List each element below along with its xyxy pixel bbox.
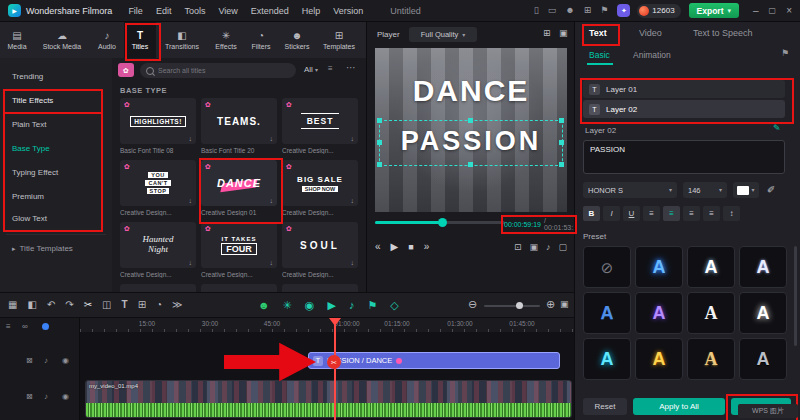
download-icon[interactable]: ↓: [351, 135, 355, 142]
eyedropper-icon[interactable]: ✐: [767, 185, 775, 195]
title-thumb-big-sale[interactable]: ✿ BIG SALE SHOP NOW ↓: [282, 160, 358, 206]
sidebar-item-trending[interactable]: Trending: [0, 68, 112, 84]
timeline-title-clip[interactable]: T PASSION / DANCE: [308, 352, 560, 369]
bell-icon[interactable]: ⚑: [600, 6, 608, 15]
download-icon[interactable]: ↓: [351, 197, 355, 204]
close-button[interactable]: ×: [786, 6, 792, 16]
preset-style[interactable]: A: [635, 246, 683, 288]
tab-stickers[interactable]: ☻ Stickers: [278, 22, 316, 58]
sidebar-item-base-type[interactable]: Base Type: [0, 140, 112, 156]
zoom-slider-knob[interactable]: [516, 302, 523, 309]
title-thumb-haunted-night[interactable]: ✿ Haunted Night ↓: [120, 222, 196, 268]
bookmark-icon[interactable]: ⚑: [781, 49, 789, 58]
reset-button[interactable]: Reset: [583, 398, 627, 415]
title-thumb-partial[interactable]: [120, 284, 196, 292]
title-thumb-best[interactable]: ✿ BEST ↓: [282, 98, 358, 144]
selection-handle[interactable]: [559, 118, 564, 123]
user-icon[interactable]: ☻: [565, 6, 574, 15]
title-thumb-dance-creative-design-01[interactable]: ✿ DANCE ↓: [201, 160, 277, 206]
preset-style[interactable]: A: [583, 292, 631, 334]
image-view-icon[interactable]: ▣: [559, 29, 568, 38]
crop-icon[interactable]: ◫: [102, 300, 111, 310]
menu-extended[interactable]: Extended: [251, 6, 289, 16]
download-icon[interactable]: ↓: [351, 259, 355, 266]
more-options-icon[interactable]: ⋯: [346, 63, 356, 73]
preset-none[interactable]: ⊘: [583, 246, 631, 288]
preset-style[interactable]: A: [687, 292, 735, 334]
title-thumb-you-cant-stop[interactable]: ✿ YOU CAN'T STOP ↓: [120, 160, 196, 206]
align-right-button[interactable]: ≡: [683, 206, 700, 221]
preset-style[interactable]: A: [687, 246, 735, 288]
minimize-button[interactable]: –: [753, 6, 759, 16]
preset-style[interactable]: A: [583, 338, 631, 380]
mute-track-icon[interactable]: ♪: [44, 392, 48, 401]
hide-track-icon[interactable]: ◉: [62, 356, 69, 365]
font-family-select[interactable]: HONOR S ▾: [583, 182, 677, 198]
redo-icon[interactable]: ↷: [65, 300, 73, 310]
fullscreen-icon[interactable]: ▢: [558, 243, 567, 252]
snapshot-icon[interactable]: ▣: [529, 243, 538, 252]
volume-icon[interactable]: ♪: [546, 243, 551, 252]
mark-in-out-icon[interactable]: ⊡: [514, 243, 522, 252]
sidebar-item-title-effects[interactable]: Title Effects: [0, 92, 112, 108]
grid-view-icon[interactable]: ⊞: [543, 29, 551, 38]
next-frame-button[interactable]: »: [424, 242, 430, 252]
preset-style[interactable]: A: [739, 292, 787, 334]
preset-style[interactable]: A: [635, 338, 683, 380]
tab-text-to-speech[interactable]: Text to Speech: [693, 28, 753, 38]
fit-timeline-icon[interactable]: ▣: [560, 300, 569, 309]
tab-audio[interactable]: ♪ Audio: [90, 22, 124, 58]
sidebar-item-premium[interactable]: Premium: [0, 188, 112, 204]
tab-effects[interactable]: ✳ Effects: [208, 22, 244, 58]
filter-icon[interactable]: ≡: [328, 65, 333, 73]
zoom-out-icon[interactable]: ⊖: [468, 299, 477, 310]
preset-style[interactable]: A: [635, 292, 683, 334]
selection-handle[interactable]: [377, 162, 382, 167]
member-button[interactable]: ✦: [617, 4, 630, 17]
favorites-badge[interactable]: ✿: [118, 63, 134, 77]
keyframe-icon[interactable]: ◇: [390, 300, 398, 311]
link-icon[interactable]: ∞: [22, 322, 28, 331]
bold-button[interactable]: B: [583, 206, 600, 221]
tab-text[interactable]: Text: [589, 28, 607, 38]
split-scissors-icon[interactable]: ✂: [84, 300, 92, 310]
stop-button[interactable]: ■: [408, 243, 413, 252]
zoom-in-icon[interactable]: ⊕: [546, 299, 555, 310]
title-thumb-it-takes-four[interactable]: ✿ IT TAKES FOUR ↓: [201, 222, 277, 268]
menu-help[interactable]: Help: [302, 6, 321, 16]
lock-track-icon[interactable]: ⊠: [26, 392, 33, 401]
media-panel-icon[interactable]: ◧: [27, 300, 36, 310]
timeline-video-clip[interactable]: my_video_01.mp4: [85, 380, 572, 418]
search-input[interactable]: Search all titles: [140, 63, 296, 78]
menu-view[interactable]: View: [218, 6, 237, 16]
effects-quick-icon[interactable]: ✳: [283, 300, 292, 311]
quality-dropdown[interactable]: Full Quality ▾: [409, 27, 477, 42]
tab-filters[interactable]: ◔ Filters: [244, 22, 278, 58]
preset-style[interactable]: A: [739, 246, 787, 288]
sidebar-item-glow-text[interactable]: Glow Text: [0, 210, 112, 226]
record-icon[interactable]: ◉: [305, 300, 315, 311]
preview-text-dance[interactable]: DANCE: [375, 74, 567, 108]
maximize-button[interactable]: ▢: [769, 7, 777, 15]
playhead-line[interactable]: [334, 318, 336, 420]
tab-video[interactable]: Video: [639, 28, 662, 38]
download-icon[interactable]: ↓: [270, 259, 274, 266]
download-icon[interactable]: ↓: [189, 197, 193, 204]
title-thumb-basic-font-08[interactable]: ✿ HIGHLIGHTS! ↓: [120, 98, 196, 144]
title-thumb-partial[interactable]: [282, 284, 358, 292]
italic-button[interactable]: I: [603, 206, 620, 221]
preset-style[interactable]: A: [687, 338, 735, 380]
mute-track-icon[interactable]: ♪: [44, 356, 48, 365]
text-tool-icon[interactable]: T: [122, 300, 128, 310]
previous-frame-button[interactable]: «: [375, 242, 381, 252]
selection-handle[interactable]: [559, 162, 564, 167]
align-left-button[interactable]: ≡: [643, 206, 660, 221]
menu-edit[interactable]: Edit: [156, 6, 172, 16]
selection-handle[interactable]: [468, 162, 473, 167]
selection-handle[interactable]: [377, 118, 382, 123]
download-icon[interactable]: ↓: [189, 259, 193, 266]
download-icon[interactable]: ↓: [189, 135, 193, 142]
align-justify-button[interactable]: ≡: [703, 206, 720, 221]
marker-flag-icon[interactable]: ⚑: [367, 300, 377, 311]
track-menu-icon[interactable]: ≡: [6, 322, 11, 331]
